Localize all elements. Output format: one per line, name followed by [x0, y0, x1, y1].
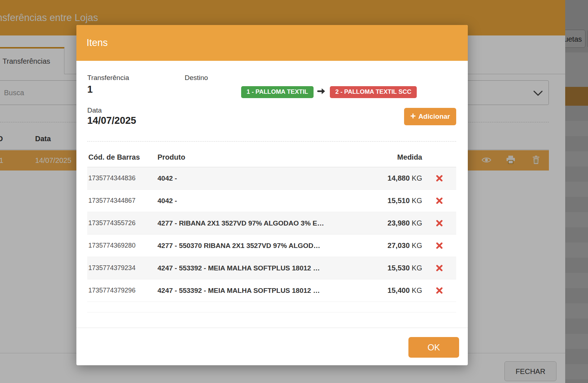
item-unit: KG: [412, 197, 422, 205]
data-label: Data: [87, 106, 102, 114]
col-medida: Medida: [364, 153, 422, 161]
item-unit: KG: [412, 174, 422, 182]
transferencia-value: 1: [87, 84, 93, 95]
transferencia-label: Transferência: [87, 74, 129, 82]
item-row: 1735774369280 4277 - 550370 RIBANA 2X1 3…: [87, 235, 456, 257]
items-table: Cód. de Barras Produto Medida 1735774344…: [87, 148, 456, 302]
remove-item-button[interactable]: [434, 263, 444, 273]
screen: Etiquetas Transferências entre Lojas Tra…: [0, 0, 588, 383]
item-unit: KG: [412, 219, 422, 227]
item-code: 1735774344836: [87, 174, 158, 182]
item-row: 1735774355726 4277 - RIBANA 2X1 3527VD 9…: [87, 212, 456, 235]
adicionar-button[interactable]: + Adicionar: [404, 108, 456, 125]
itens-modal: Itens Transferência 1 Destino 1 - PALLOM…: [76, 25, 468, 365]
remove-item-button[interactable]: [434, 218, 444, 228]
item-measure: 15,530: [387, 264, 410, 272]
item-row: 1735774379234 4247 - 553392 - MEIA MALHA…: [87, 257, 456, 279]
item-code: 1735774344867: [87, 197, 158, 205]
modal-title: Itens: [87, 25, 108, 61]
modal-header: Itens: [76, 25, 468, 61]
destino-label: Destino: [185, 74, 208, 82]
table-bottom-divider: [87, 312, 456, 312]
x-icon: [436, 200, 443, 205]
remove-item-button[interactable]: [434, 286, 444, 295]
x-icon: [436, 222, 443, 228]
remove-item-button[interactable]: [434, 241, 444, 251]
origin-store-badge: 1 - PALLOMA TEXTIL: [241, 86, 314, 98]
remove-item-button[interactable]: [434, 173, 444, 183]
item-code: 1735774379296: [87, 287, 158, 294]
x-icon: [436, 177, 443, 183]
item-product: 4277 - RIBANA 2X1 3527VD 97% ALGODAO 3% …: [158, 219, 364, 227]
items-table-header: Cód. de Barras Produto Medida: [87, 148, 456, 167]
item-code: 1735774379234: [87, 264, 158, 272]
item-product: 4042 -: [158, 174, 364, 182]
item-measure: 14,880: [387, 174, 410, 182]
x-icon: [436, 290, 443, 295]
item-row: 1735774344836 4042 - 14,880 KG: [87, 167, 456, 190]
item-measure: 27,030: [387, 241, 410, 249]
plus-icon: +: [410, 110, 416, 122]
adicionar-label: Adicionar: [418, 113, 450, 121]
modal-footer-divider: [76, 328, 468, 328]
item-measure: 23,980: [387, 219, 410, 227]
data-value: 14/07/2025: [87, 115, 136, 126]
item-product: 4247 - 553392 - MEIA MALHA SOFTPLUS 1801…: [158, 287, 364, 295]
item-unit: KG: [412, 264, 422, 272]
destination-store-badge: 2 - PALLOMA TEXTIL SCC: [330, 86, 417, 98]
item-unit: KG: [412, 241, 422, 249]
item-product: 4277 - 550370 RIBANA 2X1 3527VD 97% ALGO…: [158, 242, 364, 250]
remove-item-button[interactable]: [434, 196, 444, 206]
x-icon: [436, 267, 443, 273]
ok-button[interactable]: OK: [408, 337, 459, 358]
col-produto: Produto: [158, 153, 364, 161]
item-unit: KG: [412, 286, 422, 294]
x-icon: [436, 245, 443, 250]
item-code: 1735774355726: [87, 219, 158, 227]
item-product: 4247 - 553392 - MEIA MALHA SOFTPLUS 1801…: [158, 264, 364, 272]
item-product: 4042 -: [158, 197, 364, 205]
arrow-right-icon: [317, 87, 327, 97]
col-cod-barras: Cód. de Barras: [87, 153, 158, 161]
item-code: 1735774369280: [87, 242, 158, 249]
item-measure: 15,400: [387, 286, 410, 294]
item-row: 1735774344867 4042 - 15,510 KG: [87, 190, 456, 212]
item-row: 1735774379296 4247 - 553392 - MEIA MALHA…: [87, 279, 456, 302]
transfer-route: 1 - PALLOMA TEXTIL 2 - PALLOMA TEXTIL SC…: [241, 86, 417, 98]
modal-divider-dashed: [87, 141, 456, 142]
item-measure: 15,510: [387, 197, 410, 205]
